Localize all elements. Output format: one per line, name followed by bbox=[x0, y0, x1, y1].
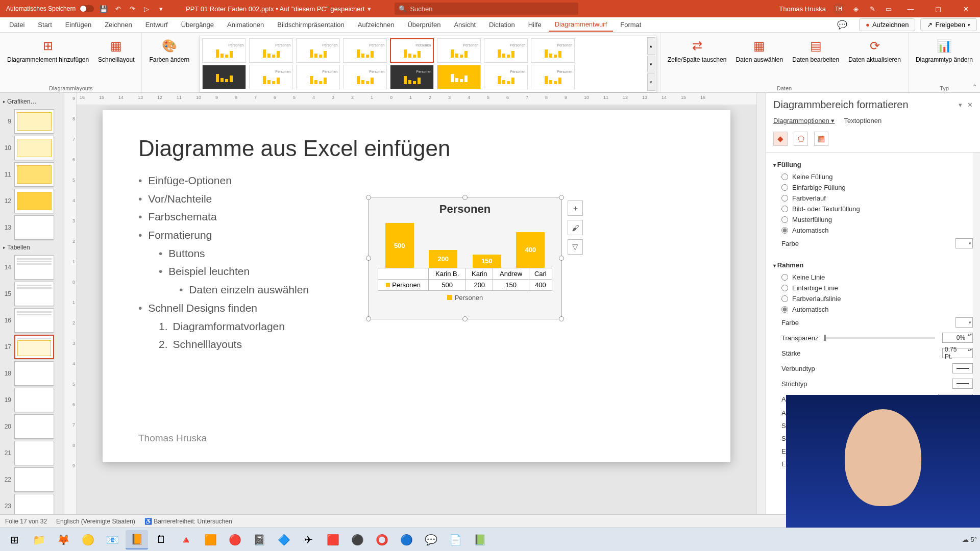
tab-hilfe[interactable]: Hilfe bbox=[522, 18, 548, 31]
tab-bildschirm[interactable]: Bildschirmpräsentation bbox=[271, 18, 351, 31]
change-colors-button[interactable]: 🎨 Farben ändern bbox=[146, 35, 192, 65]
chart-style-14[interactable] bbox=[437, 65, 481, 89]
width-spin[interactable]: 0,75 Pt. bbox=[942, 348, 973, 358]
search-input[interactable] bbox=[410, 5, 574, 13]
tab-animationen[interactable]: Animationen bbox=[221, 18, 270, 31]
selection-handle[interactable] bbox=[366, 195, 371, 200]
thumb-10[interactable] bbox=[14, 136, 54, 160]
chart-style-15[interactable]: Personen bbox=[484, 65, 528, 89]
share-button[interactable]: ↗Freigeben▾ bbox=[920, 18, 977, 31]
thumb-18[interactable] bbox=[14, 361, 54, 386]
thumb-16[interactable] bbox=[14, 308, 54, 333]
chart-style-6[interactable]: Personen bbox=[437, 38, 481, 63]
thumb-15[interactable] bbox=[14, 282, 54, 306]
fill-gradient-radio[interactable] bbox=[781, 195, 788, 202]
fill-none-radio[interactable] bbox=[781, 173, 788, 180]
chart-filter-button[interactable]: ▽ bbox=[568, 239, 583, 255]
start-button[interactable]: ⊞ bbox=[3, 530, 26, 549]
add-chart-element-button[interactable]: ⊞ Diagrammelement hinzufügen bbox=[4, 35, 92, 65]
thumb-13[interactable] bbox=[14, 215, 54, 240]
thumb-23[interactable] bbox=[14, 494, 54, 514]
onenote-icon[interactable]: 📓 bbox=[248, 530, 271, 549]
chart-style-8[interactable]: Personen bbox=[531, 38, 575, 63]
toggle-switch[interactable] bbox=[80, 5, 94, 12]
transparency-slider[interactable] bbox=[824, 337, 936, 339]
dash-picker[interactable] bbox=[952, 379, 973, 389]
refresh-data-button[interactable]: ⟳Daten aktualisieren bbox=[845, 35, 904, 65]
chart-style-11[interactable]: Personen bbox=[296, 65, 340, 89]
chart-bar[interactable]: 400 bbox=[516, 232, 545, 268]
selection-handle[interactable] bbox=[462, 316, 468, 321]
close-button[interactable]: ✕ bbox=[955, 0, 976, 17]
fill-header[interactable]: Füllung bbox=[773, 158, 973, 171]
section-grafiken[interactable]: Grafiken… bbox=[2, 96, 62, 107]
chart-data-table[interactable]: Karin B.KarinAndrewCarl Personen50020015… bbox=[378, 268, 552, 291]
autosave-toggle[interactable]: Automatisches Speichern bbox=[6, 5, 94, 12]
tab-chart-options[interactable]: Diagrammoptionen ▾ bbox=[773, 117, 835, 124]
chart-style-12[interactable]: Personen bbox=[343, 65, 387, 89]
tab-einfuegen[interactable]: Einfügen bbox=[59, 18, 97, 31]
chart-elements-button[interactable]: ＋ bbox=[568, 201, 583, 216]
effects-icon[interactable]: ⬠ bbox=[794, 132, 808, 146]
selection-handle[interactable] bbox=[559, 256, 564, 261]
record-button[interactable]: ●Aufzeichnen bbox=[859, 18, 915, 31]
app-icon-7[interactable]: 🔵 bbox=[395, 530, 418, 549]
chart-bar[interactable]: 500 bbox=[385, 223, 414, 268]
selection-handle[interactable] bbox=[366, 316, 371, 321]
file-explorer-icon[interactable]: 📁 bbox=[28, 530, 50, 549]
slide-title[interactable]: Diagramme aus Excel einfügen bbox=[138, 136, 695, 161]
fill-color-picker[interactable] bbox=[955, 238, 973, 248]
minimize-button[interactable]: — bbox=[900, 0, 921, 17]
app-icon-9[interactable]: 📄 bbox=[444, 530, 467, 549]
tab-zeichnen[interactable]: Zeichnen bbox=[99, 18, 138, 31]
chart-bar[interactable]: 150 bbox=[473, 255, 501, 268]
undo-icon[interactable]: ↶ bbox=[113, 4, 122, 13]
app-icon-3[interactable]: 🔴 bbox=[224, 530, 246, 549]
tab-text-options[interactable]: Textoptionen bbox=[844, 117, 881, 124]
excel-icon[interactable]: 📗 bbox=[469, 530, 491, 549]
transparency-spin[interactable]: 0% bbox=[942, 333, 973, 343]
title-dropdown-icon[interactable]: ▾ bbox=[368, 5, 371, 13]
vlc-icon[interactable]: 🔺 bbox=[175, 530, 197, 549]
tab-ueberpruefen[interactable]: Überprüfen bbox=[401, 18, 447, 31]
save-icon[interactable]: 💾 bbox=[99, 4, 108, 13]
chart-plot[interactable]: 500200150400 bbox=[369, 219, 561, 268]
visio-icon[interactable]: 🔷 bbox=[273, 530, 295, 549]
diamond-icon[interactable]: ◈ bbox=[851, 4, 861, 13]
thumb-12[interactable] bbox=[14, 189, 54, 213]
pane-dropdown-icon[interactable]: ▾ bbox=[959, 101, 962, 109]
tab-ansicht[interactable]: Ansicht bbox=[448, 18, 482, 31]
slide-counter[interactable]: Folie 17 von 32 bbox=[5, 518, 47, 525]
chart-style-16[interactable]: Personen bbox=[531, 65, 575, 89]
app-icon-4[interactable]: 🟥 bbox=[322, 530, 344, 549]
switch-row-column-button[interactable]: ⇄Zeile/Spalte tauschen bbox=[665, 35, 729, 65]
slide-canvas[interactable]: Diagramme aus Excel einfügen Einfüge-Opt… bbox=[77, 105, 756, 514]
border-color-picker[interactable] bbox=[955, 317, 973, 328]
telegram-icon[interactable]: ✈ bbox=[297, 530, 320, 549]
outlook-icon[interactable]: 📧 bbox=[101, 530, 124, 549]
quick-layout-button[interactable]: ▦ Schnelllayout bbox=[95, 35, 137, 65]
app-icon-8[interactable]: 💬 bbox=[420, 530, 442, 549]
tab-uebergaenge[interactable]: Übergänge bbox=[175, 18, 220, 31]
system-tray[interactable]: ☁ 5° bbox=[962, 536, 977, 543]
vertical-scrollbar[interactable] bbox=[756, 93, 766, 514]
tab-diagrammentwurf[interactable]: Diagrammentwurf bbox=[549, 18, 614, 32]
selection-handle[interactable] bbox=[462, 195, 468, 200]
chart-style-5[interactable]: Personen bbox=[390, 38, 434, 63]
change-chart-type-button[interactable]: 📊Diagrammtyp ändern bbox=[913, 35, 976, 65]
thumb-21[interactable] bbox=[14, 441, 54, 465]
app-icon-6[interactable]: ⭕ bbox=[371, 530, 393, 549]
qat-more-icon[interactable]: ▾ bbox=[156, 4, 165, 13]
thumb-11[interactable] bbox=[14, 162, 54, 187]
selection-handle[interactable] bbox=[559, 316, 564, 321]
size-props-icon[interactable]: ▦ bbox=[814, 132, 828, 146]
collapse-ribbon-icon[interactable]: ⌃ bbox=[972, 84, 977, 90]
app-icon-2[interactable]: 🟧 bbox=[199, 530, 222, 549]
from-beginning-icon[interactable]: ▷ bbox=[142, 4, 151, 13]
app-icon-5[interactable]: ⚫ bbox=[346, 530, 369, 549]
fill-pattern-radio[interactable] bbox=[781, 216, 788, 223]
tab-datei[interactable]: Datei bbox=[3, 18, 31, 31]
section-tabellen[interactable]: Tabellen bbox=[2, 242, 62, 253]
user-avatar[interactable]: TH bbox=[833, 3, 844, 14]
selection-handle[interactable] bbox=[366, 256, 371, 261]
